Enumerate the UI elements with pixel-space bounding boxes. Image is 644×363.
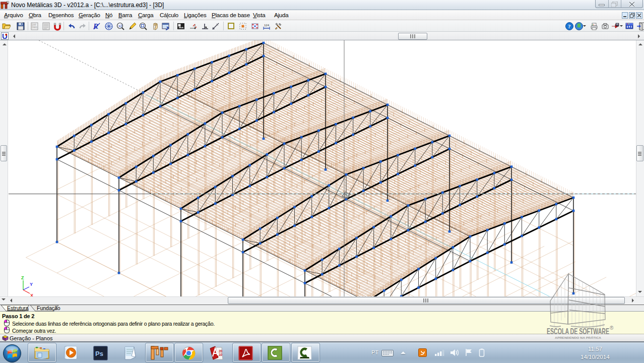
svg-text:Ps: Ps [95,350,103,357]
svg-text:?: ? [568,23,571,29]
svg-text:Y: Y [30,282,33,287]
svg-text:APRENDENDO NA PRÁTICA: APRENDENDO NA PRÁTICA [555,336,602,339]
svg-text:20: 20 [219,349,223,353]
svg-text:®: ® [610,325,614,331]
svg-text:x2: x2 [118,24,122,28]
svg-text:Fundação: Fundação [37,305,60,311]
svg-text:ESCOLA DE SOFTWARE: ESCOLA DE SOFTWARE [547,327,609,336]
svg-text:Estrutura: Estrutura [7,305,29,311]
svg-text:10: 10 [219,353,223,356]
svg-text:Z: Z [21,275,24,280]
svg-text:DWG: DWG [32,26,37,29]
svg-text:124: 124 [264,24,270,27]
